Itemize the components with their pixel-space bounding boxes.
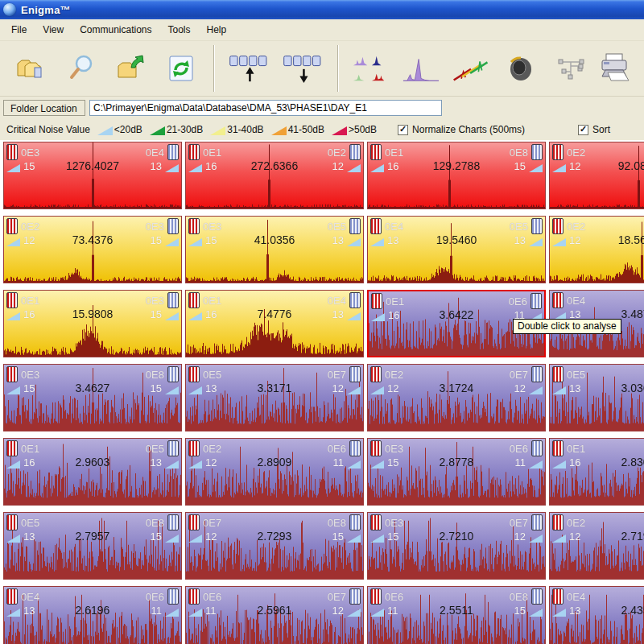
sound-button[interactable]	[502, 47, 539, 90]
menu-view[interactable]: View	[35, 21, 72, 39]
right-logger-id: 0E8	[328, 517, 346, 529]
waterfall-button[interactable]	[452, 47, 489, 90]
logger-chart-tile[interactable]: 0E6 0E7 11 2.5961 12	[185, 586, 364, 644]
left-noise: 16	[371, 309, 399, 321]
leak-value: 3.6422	[440, 308, 474, 321]
tile-header: 0E5 0E8	[4, 514, 181, 530]
multi-histogram-button[interactable]	[353, 47, 390, 90]
noise-level-triangle-icon	[529, 386, 543, 394]
logger-chart-tile[interactable]: 0E7 0E8 12 2.7293 15	[185, 512, 364, 580]
left-noise: 13	[6, 530, 35, 543]
checkbox-icon[interactable]	[398, 125, 408, 135]
logger-chart-tile[interactable]: 0E1 0E4 16 7.4776 13	[185, 290, 364, 357]
left-logger-id: 0E4	[567, 295, 585, 307]
right-logger-id: 0E7	[328, 591, 346, 603]
logger-chart-tile[interactable]: 0E2 0E3 12 73.4376 15	[3, 216, 182, 283]
red-logger-icon	[188, 292, 200, 308]
tile-header: 0E6 0E8	[368, 588, 545, 605]
logger-chart-tile[interactable]: 0E5 0E8 13 2.7957 15	[3, 512, 182, 580]
export-folder-button[interactable]	[113, 47, 150, 90]
search-button[interactable]	[63, 47, 100, 90]
logger-chart-tile[interactable]: 0E5 13 3.0365	[549, 364, 644, 431]
folder-path-input[interactable]	[89, 100, 442, 116]
range-label: 41-50dB	[288, 124, 324, 135]
menu-tools[interactable]: Tools	[160, 21, 199, 39]
logger-chart-tile[interactable]: 0E2 12 2.7196	[549, 512, 644, 580]
logger-chart-tile[interactable]: 0E2 12 18.5690	[549, 216, 644, 283]
left-noise-level: 12	[569, 234, 580, 246]
tile-header: 0E4 0E5	[368, 218, 545, 234]
blue-logger-icon	[349, 440, 361, 456]
logger-chart-tile[interactable]: 0E1 0E8 16 129.2788 15	[367, 142, 546, 209]
noise-level-triangle-icon	[347, 460, 361, 469]
right-noise-level: 15	[151, 308, 162, 320]
logger-chart-tile[interactable]: 0E4 0E6 13 2.6196 11	[3, 586, 182, 644]
right-logger-id: 0E7	[510, 517, 528, 529]
leak-value: 15.9808	[72, 308, 114, 320]
right-noise-level: 11	[151, 605, 163, 617]
sort-checkbox[interactable]: Sort	[578, 124, 610, 135]
logger-chart-tile[interactable]: 0E4 13 2.4350	[549, 586, 644, 644]
menu-communications[interactable]: Communications	[72, 21, 159, 39]
noise-level-triangle-icon	[552, 238, 566, 246]
logger-chart-tile[interactable]: 0E1 0E5 16 2.9603 13	[3, 438, 182, 506]
left-noise: 12	[552, 160, 580, 172]
leak-value: 2.4350	[621, 604, 644, 617]
red-logger-icon	[552, 292, 564, 308]
noise-level-triangle-icon	[165, 609, 179, 617]
left-noise: 15	[6, 382, 35, 394]
refresh-button[interactable]	[163, 47, 200, 90]
right-noise-level: 12	[514, 530, 526, 543]
blue-logger-icon	[349, 144, 361, 160]
right-noise-level: 15	[514, 160, 526, 172]
logger-chart-tile[interactable]: 0E3 0E8 15 3.4627 15	[3, 364, 182, 431]
right-noise-level: 15	[151, 382, 162, 394]
left-noise-level: 15	[23, 382, 35, 394]
logger-chart-tile[interactable]: 0E5 0E7 13 3.3171 12	[185, 364, 364, 431]
left-noise: 11	[188, 605, 217, 617]
left-logger-id: 0E3	[21, 147, 39, 159]
left-noise: 16	[6, 308, 35, 320]
histogram-button[interactable]	[402, 47, 440, 90]
normalize-checkbox[interactable]: Normalize Charts (500ms)	[398, 124, 525, 135]
logger-chart-tile[interactable]: 0E3 0E5 15 41.0356 13	[185, 216, 364, 283]
print-button[interactable]	[596, 47, 633, 90]
logger-chart-tile[interactable]: 0E3 0E4 15 1276.4027 13	[3, 142, 182, 209]
upload-loggers-button[interactable]	[229, 47, 270, 90]
leak-value: 2.7293	[258, 530, 292, 543]
noise-level-triangle-icon	[188, 164, 202, 172]
network-button[interactable]	[552, 47, 589, 90]
tile-values: 15 1276.4027 13	[4, 159, 181, 172]
open-folders-button[interactable]	[13, 47, 50, 90]
left-noise-level: 13	[569, 605, 580, 617]
right-noise: 11	[333, 456, 361, 469]
red-logger-icon	[6, 218, 18, 234]
left-logger-id: 0E1	[567, 443, 585, 455]
download-loggers-button[interactable]	[283, 47, 324, 90]
normalize-label: Normalize Charts (500ms)	[412, 124, 525, 135]
logger-chart-tile[interactable]: 0E2 0E6 12 2.8909 11	[185, 438, 364, 506]
tile-values: 16 272.6366 12	[186, 159, 363, 172]
left-noise-level: 12	[569, 160, 580, 172]
logger-chart-tile[interactable]: 0E3 0E6 15 2.8778 11	[367, 438, 546, 506]
blue-logger-icon	[530, 293, 542, 309]
logger-chart-tile[interactable]: 0E4 0E5 13 19.5460 13	[367, 216, 546, 283]
menu-help[interactable]: Help	[199, 21, 235, 39]
menu-file[interactable]: File	[3, 21, 35, 39]
logger-chart-tile[interactable]: 0E1 0E2 16 272.6366 12	[185, 142, 364, 209]
logger-chart-tile[interactable]: 0E1 0E3 16 15.9808 15	[3, 290, 182, 357]
tile-values: 16 129.2788 15	[368, 159, 545, 172]
app-icon	[3, 3, 16, 16]
logger-chart-tile[interactable]: 0E2 12 92.0801	[549, 142, 644, 209]
title-bar: Enigma™	[0, 0, 644, 19]
checkbox-icon[interactable]	[578, 125, 588, 135]
logger-chart-tile[interactable]: 0E2 0E7 12 3.1724 12	[367, 364, 546, 431]
left-logger-id: 0E6	[385, 591, 403, 603]
logger-chart-tile[interactable]: 0E3 0E7 15 2.7210 12	[367, 512, 546, 580]
left-noise: 16	[552, 456, 580, 469]
logger-chart-tile[interactable]: 0E6 0E8 11 2.5511 15	[367, 586, 546, 644]
noise-level-triangle-icon	[165, 460, 179, 469]
left-logger-id: 0E3	[385, 443, 403, 455]
logger-chart-tile[interactable]: 0E1 16 2.8302	[549, 438, 644, 506]
range-label: 31-40dB	[227, 124, 263, 135]
